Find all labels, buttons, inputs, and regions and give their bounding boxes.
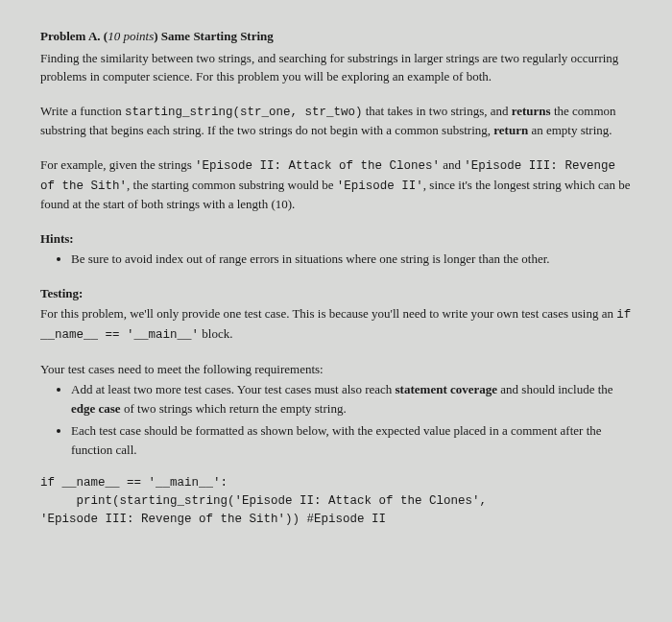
testing-header: Testing: xyxy=(40,284,632,303)
title-close: ) xyxy=(154,29,161,43)
text: Add at least two more test cases. Your t… xyxy=(71,382,396,396)
text: that takes in two strings, and xyxy=(362,104,511,118)
return-word: return xyxy=(493,123,528,137)
hint-item: Be sure to avoid index out of range erro… xyxy=(71,250,632,269)
write-function-paragraph: Write a function starting_string(str_one… xyxy=(40,102,632,140)
testing-section: Testing: For this problem, we'll only pr… xyxy=(40,284,632,345)
testing-paragraph: For this problem, we'll only provide one… xyxy=(40,304,632,345)
title-main: Same Starting String xyxy=(161,29,274,43)
returns-word: returns xyxy=(512,104,551,118)
code-sample: if __name__ == '__main__': print(startin… xyxy=(40,474,632,528)
hints-section: Hints: Be sure to avoid index out of ran… xyxy=(40,229,632,269)
problem-title: Problem A. (10 points) Same Starting Str… xyxy=(40,27,632,46)
requirements-list: Add at least two more test cases. Your t… xyxy=(40,380,632,459)
requirements-section: Your test cases need to meet the followi… xyxy=(40,360,632,460)
requirement-item-1: Add at least two more test cases. Your t… xyxy=(71,380,632,418)
intro-paragraph: Finding the similarity between two strin… xyxy=(40,49,632,86)
example-paragraph: For example, given the strings 'Episode … xyxy=(40,156,632,214)
text: block. xyxy=(199,326,232,341)
requirements-intro: Your test cases need to meet the followi… xyxy=(40,360,632,379)
example-string-1: 'Episode II: Attack of the Clones' xyxy=(195,159,440,173)
hints-header: Hints: xyxy=(40,229,632,249)
text: and xyxy=(440,157,464,172)
text: For this problem, we'll only provide one… xyxy=(40,306,616,321)
example-result: 'Episode II' xyxy=(337,179,423,193)
text: For example, given the strings xyxy=(40,157,195,172)
function-signature: starting_string(str_one, str_two) xyxy=(125,106,363,119)
edge-case: edge case xyxy=(71,401,121,416)
title-points: 10 points xyxy=(108,29,154,43)
statement-coverage: statement coverage xyxy=(396,382,497,396)
hints-list: Be sure to avoid index out of range erro… xyxy=(40,250,632,269)
text: , the starting common substring would be xyxy=(127,178,337,192)
text: of two strings which return the empty st… xyxy=(121,401,347,416)
title-prefix: Problem A. ( xyxy=(40,29,108,43)
text: and should include the xyxy=(497,382,613,396)
text: an empty string. xyxy=(528,123,612,137)
text: Write a function xyxy=(40,104,125,118)
requirement-item-2: Each test case should be formatted as sh… xyxy=(71,421,632,459)
